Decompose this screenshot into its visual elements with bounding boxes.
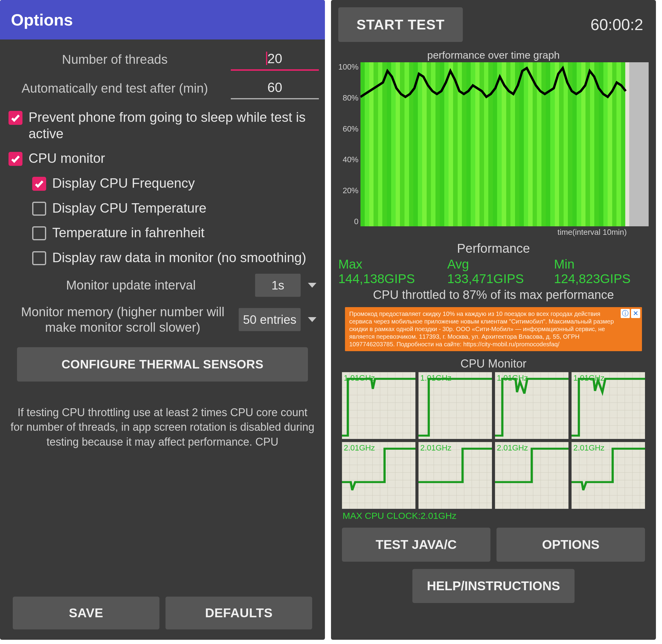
results-panel: START TEST 60:00:2 performance over time… (331, 0, 656, 640)
checkbox-icon (32, 226, 46, 240)
y-tick: 60% (338, 124, 359, 134)
cpu-core-cell: 2.01GHz (342, 442, 416, 509)
max-cpu-clock: MAX CPU CLOCK:2.01GHz (338, 509, 648, 524)
cpu-core-cell: 1.01GHz (342, 372, 416, 439)
y-tick: 100% (338, 62, 359, 72)
checkbox-icon (8, 152, 22, 166)
y-tick: 0 (338, 217, 359, 226)
chevron-down-icon (308, 317, 316, 322)
ad-info-icon[interactable]: ⓘ (621, 309, 630, 318)
options-form: Number of threads 20 Automatically end t… (0, 40, 325, 640)
ad-banner[interactable]: Промокод предоставляет скидку 10% на каж… (345, 307, 642, 351)
save-button[interactable]: SAVE (13, 597, 160, 629)
threads-input[interactable]: 20 (231, 49, 319, 71)
y-tick: 40% (338, 155, 359, 164)
hint-text: If testing CPU throttling use at least 2… (6, 405, 319, 449)
threads-label: Number of threads (6, 52, 223, 68)
memory-label: Monitor memory (higher number will make … (12, 304, 233, 335)
cpu-core-cell: 2.01GHz (571, 442, 645, 509)
fahrenheit-checkbox[interactable]: Temperature in fahrenheit (6, 222, 319, 244)
timer-display: 60:00:2 (475, 16, 648, 34)
top-row: START TEST 60:00:2 (338, 7, 648, 42)
interval-row: Monitor update interval 1s (6, 271, 319, 299)
cpu-monitor-grid: 1.01GHz1.01GHz1.01GHz1.01GHz2.01GHz2.01G… (338, 370, 648, 509)
end-after-label: Automatically end test after (min) (6, 80, 223, 97)
cpu-core-cell: 1.01GHz (495, 372, 568, 439)
action-row: TEST JAVA/C OPTIONS (338, 524, 648, 565)
chart-title: performance over time graph (338, 49, 648, 61)
y-axis: 100% 80% 60% 40% 20% 0 (338, 62, 360, 226)
display-temp-checkbox[interactable]: Display CPU Temperature (6, 197, 319, 219)
cpu-core-cell: 1.01GHz (571, 372, 645, 439)
interval-label: Monitor update interval (12, 277, 250, 293)
display-temp-label: Display CPU Temperature (52, 200, 207, 216)
chart-area (360, 62, 649, 226)
cpu-monitor-checkbox[interactable]: CPU monitor (6, 147, 319, 169)
prevent-sleep-label: Prevent phone from going to sleep while … (28, 109, 316, 142)
cpu-monitor-label: CPU monitor (28, 150, 105, 166)
bottom-buttons: SAVE DEFAULTS (6, 590, 319, 636)
chevron-down-icon (308, 283, 316, 288)
performance-chart: 100% 80% 60% 40% 20% 0 (338, 62, 648, 226)
end-after-input[interactable]: 60 (231, 77, 319, 99)
raw-data-checkbox[interactable]: Display raw data in monitor (no smoothin… (6, 246, 319, 269)
ad-badges: ⓘ ✕ (621, 309, 640, 318)
cpu-core-cell: 2.01GHz (495, 442, 568, 509)
cpu-monitor-title: CPU Monitor (338, 357, 648, 370)
configure-thermal-button[interactable]: CONFIGURE THERMAL SENSORS (17, 347, 308, 382)
ad-close-icon[interactable]: ✕ (631, 309, 640, 318)
cpu-core-cell: 1.01GHz (419, 372, 492, 439)
options-button[interactable]: OPTIONS (496, 528, 645, 562)
y-tick: 80% (338, 93, 359, 103)
display-freq-checkbox[interactable]: Display CPU Frequency (6, 172, 319, 194)
raw-data-label: Display raw data in monitor (no smoothin… (52, 249, 306, 266)
start-test-button[interactable]: START TEST (338, 7, 463, 42)
options-panel: Options Number of threads 20 Automatical… (0, 0, 325, 640)
options-title: Options (0, 0, 325, 40)
help-row: HELP/INSTRUCTIONS (338, 565, 648, 607)
end-after-row: Automatically end test after (min) 60 (6, 77, 319, 99)
y-tick: 20% (338, 186, 359, 195)
display-freq-label: Display CPU Frequency (52, 175, 195, 191)
checkbox-icon (32, 202, 46, 216)
memory-row: Monitor memory (higher number will make … (6, 302, 319, 338)
checkbox-icon (32, 251, 46, 265)
checkbox-icon (8, 111, 22, 125)
help-button[interactable]: HELP/INSTRUCTIONS (412, 569, 575, 603)
checkbox-icon (32, 177, 46, 191)
test-javac-button[interactable]: TEST JAVA/C (342, 528, 491, 562)
ad-text: Промокод предоставляет скидку 10% на каж… (349, 310, 614, 347)
defaults-button[interactable]: DEFAULTS (166, 597, 312, 629)
prevent-sleep-checkbox[interactable]: Prevent phone from going to sleep while … (6, 106, 319, 145)
fahrenheit-label: Temperature in fahrenheit (52, 225, 204, 241)
interval-select[interactable]: 1s (255, 274, 301, 297)
threads-row: Number of threads 20 (6, 49, 319, 71)
memory-select[interactable]: 50 entries (239, 308, 301, 331)
cpu-core-cell: 2.01GHz (419, 442, 492, 509)
